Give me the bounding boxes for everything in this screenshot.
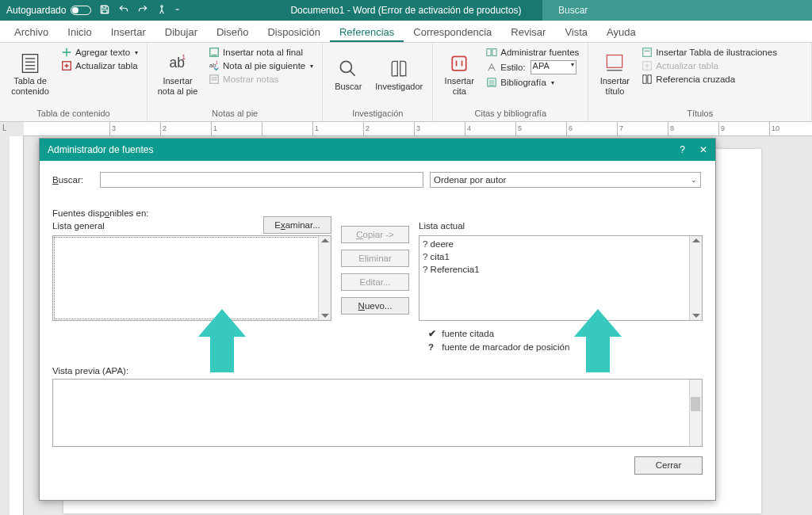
list-item[interactable]: ? Referencia1: [423, 263, 699, 276]
placeholder-mark-icon: ?: [428, 341, 439, 354]
tab-stop-indicator[interactable]: L: [2, 124, 10, 133]
svg-rect-16: [210, 75, 219, 84]
vertical-ruler[interactable]: [10, 136, 24, 515]
bibliography-button[interactable]: Bibliografía▾: [484, 76, 581, 89]
tab-file[interactable]: Archivo: [5, 21, 58, 42]
touch-mode-icon[interactable]: [156, 4, 167, 17]
close-icon[interactable]: ✕: [699, 144, 707, 155]
tab-insert[interactable]: Insertar: [102, 21, 155, 42]
tab-references[interactable]: Referencias: [330, 21, 404, 42]
save-icon[interactable]: [99, 4, 110, 17]
update-toc-button[interactable]: Actualizar tabla: [59, 59, 140, 72]
manage-sources-button[interactable]: Administrar fuentes: [484, 46, 581, 59]
ribbon-tabs: Archivo Inicio Insertar Dibujar Diseño D…: [0, 21, 812, 43]
available-label: Fuentes disponibles en:: [52, 208, 149, 221]
svg-rect-32: [643, 75, 646, 84]
update-fig-table-button: Actualizar tabla: [639, 59, 779, 72]
list-item[interactable]: ? cita1: [423, 250, 699, 263]
autosave-toggle[interactable]: Autoguardado: [6, 5, 91, 16]
new-button[interactable]: Nuevo...: [341, 297, 409, 315]
tab-home[interactable]: Inicio: [58, 21, 101, 42]
sort-dropdown[interactable]: Ordenar por autor ⌄: [430, 172, 701, 188]
insert-caption-button[interactable]: Insertar título: [595, 46, 634, 103]
svg-rect-22: [492, 49, 496, 56]
search-label: Buscar:: [52, 175, 94, 185]
undo-icon[interactable]: [118, 4, 129, 17]
toggle-off-icon[interactable]: [71, 6, 91, 15]
insert-citation-button[interactable]: Insertar cita: [439, 46, 479, 103]
copy-button: Copiar ->: [341, 226, 409, 243]
delete-button: Eliminar: [341, 250, 409, 267]
svg-point-2: [161, 5, 163, 6]
svg-rect-4: [22, 55, 37, 73]
group-citations-label: Citas y bibliografía: [439, 107, 581, 121]
qat-customize-icon[interactable]: ⁼: [175, 6, 179, 15]
svg-text:1: 1: [216, 60, 218, 65]
svg-rect-21: [487, 49, 491, 56]
svg-point-19: [341, 61, 352, 72]
help-icon[interactable]: ?: [680, 144, 685, 155]
group-footnotes-label: Notas al pie: [154, 107, 316, 121]
svg-rect-27: [607, 55, 622, 68]
cross-reference-button[interactable]: Referencia cruzada: [639, 73, 779, 86]
ribbon: Tabla de contenido Agregar texto▾ Actual…: [0, 43, 812, 122]
group-captions-label: Títulos: [595, 107, 805, 121]
current-list-label: Lista actual: [419, 221, 703, 234]
list-item[interactable]: ? deere: [423, 238, 699, 250]
search-input[interactable]: [557, 4, 804, 17]
tab-draw[interactable]: Dibujar: [155, 21, 207, 42]
researcher-button[interactable]: Investigador: [372, 46, 426, 103]
group-research-label: Investigación: [329, 107, 426, 121]
toc-button[interactable]: Tabla de contenido: [6, 46, 54, 103]
svg-rect-1: [102, 10, 107, 13]
insert-fig-table-button[interactable]: Insertar Tabla de ilustraciones: [639, 46, 779, 59]
legend: ✔ fuente citada ? fuente de marcador de …: [419, 327, 703, 355]
autosave-label: Autoguardado: [6, 5, 66, 16]
group-toc: Tabla de contenido Agregar texto▾ Actual…: [0, 43, 147, 121]
dialog-title: Administrador de fuentes: [48, 144, 153, 155]
title-bar: Autoguardado ⁼ Documento1 - Word (Error …: [0, 0, 812, 21]
close-button[interactable]: Cerrar: [634, 456, 703, 475]
insert-endnote-button[interactable]: Insertar nota al final: [206, 46, 316, 59]
search-bar[interactable]: [542, 0, 812, 21]
style-selector-row: Estilo: APA ▾: [484, 59, 581, 75]
search-input-dialog[interactable]: [100, 172, 423, 188]
master-listbox[interactable]: [52, 235, 331, 321]
group-toc-label: Tabla de contenido: [6, 107, 140, 121]
tab-help[interactable]: Ayuda: [597, 21, 645, 42]
svg-rect-20: [453, 57, 467, 71]
scrollbar[interactable]: [318, 236, 331, 320]
svg-rect-0: [102, 6, 106, 8]
svg-rect-33: [648, 75, 651, 84]
tab-design[interactable]: Diseño: [207, 21, 258, 42]
scrollbar[interactable]: [689, 236, 702, 320]
horizontal-ruler[interactable]: [24, 122, 812, 136]
chevron-down-icon: ⌄: [691, 176, 697, 184]
style-select[interactable]: APA ▾: [530, 60, 576, 74]
svg-rect-29: [643, 48, 652, 57]
insert-footnote-button[interactable]: ab1 Insertar nota al pie: [154, 46, 201, 103]
source-manager-dialog: Administrador de fuentes ? ✕ Buscar: Ord…: [39, 138, 716, 501]
tab-mailings[interactable]: Correspondencia: [404, 21, 501, 42]
current-listbox[interactable]: ? deere ? cita1 ? Referencia1: [419, 235, 703, 321]
tab-review[interactable]: Revisar: [501, 21, 555, 42]
scrollbar[interactable]: [689, 380, 702, 446]
quick-access-toolbar: Autoguardado ⁼: [0, 4, 186, 17]
next-footnote-button[interactable]: ab1 Nota al pie siguiente▾: [206, 59, 316, 72]
group-research: Buscar Investigador Investigación: [323, 43, 433, 121]
redo-icon[interactable]: [137, 4, 148, 17]
research-search-button[interactable]: Buscar: [329, 46, 367, 103]
cited-mark-icon: ✔: [428, 327, 439, 341]
group-captions: Insertar título Insertar Tabla de ilustr…: [588, 43, 812, 121]
dialog-titlebar[interactable]: Administrador de fuentes ? ✕: [40, 139, 715, 161]
tab-layout[interactable]: Disposición: [258, 21, 329, 42]
browse-button[interactable]: Examinar...: [263, 216, 331, 234]
show-notes-button: Mostrar notas: [206, 73, 316, 86]
preview-box: [52, 379, 703, 447]
svg-text:1: 1: [182, 53, 186, 61]
add-text-button[interactable]: Agregar texto▾: [59, 46, 140, 59]
master-list-label: Lista general: [52, 221, 149, 234]
preview-label: Vista previa (APA):: [52, 366, 703, 376]
group-footnotes: ab1 Insertar nota al pie Insertar nota a…: [147, 43, 323, 121]
tab-view[interactable]: Vista: [555, 21, 597, 42]
